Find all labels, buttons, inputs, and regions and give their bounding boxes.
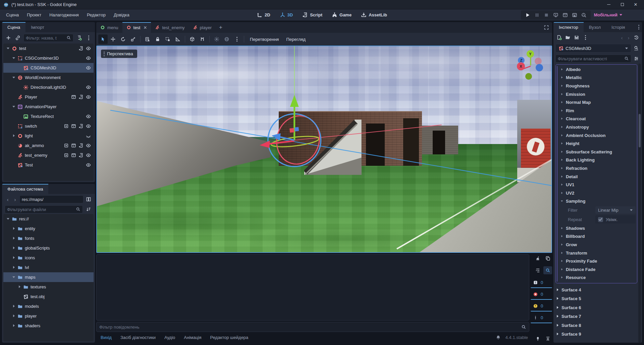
sun-environment-menu-button[interactable] <box>232 34 241 44</box>
menu-item[interactable]: Довідка <box>110 11 133 19</box>
axis-neg-x-ball[interactable] <box>535 58 542 65</box>
file-tree-row[interactable]: textures <box>3 282 94 292</box>
eye-icon[interactable] <box>86 85 91 90</box>
inspector-menu-button[interactable] <box>636 22 642 32</box>
select-mode-button[interactable] <box>98 34 108 44</box>
menu-item[interactable]: Налагодження <box>46 11 82 19</box>
property-section[interactable]: Subsurface Scattering <box>560 148 636 156</box>
property-section[interactable]: Roughness <box>560 82 636 90</box>
axis-y-ball[interactable]: Y <box>527 50 534 58</box>
lock-node-button[interactable] <box>153 34 162 44</box>
toggle-warnings-filter[interactable]: 0 <box>531 301 552 312</box>
expander-icon[interactable] <box>12 163 15 166</box>
file-tree-row[interactable]: entity <box>3 224 94 233</box>
transform-gizmo[interactable] <box>97 46 551 252</box>
script-icon[interactable] <box>78 124 84 129</box>
eye-icon[interactable] <box>86 46 91 51</box>
property-section[interactable]: Billboard <box>560 232 636 241</box>
property-section[interactable]: Albedo <box>560 65 636 74</box>
expander-icon[interactable] <box>12 144 15 147</box>
eye-icon[interactable] <box>86 143 91 148</box>
eye-icon[interactable] <box>86 94 91 99</box>
new-scene-tab-button[interactable]: + <box>216 22 226 33</box>
toggle-editor-messages-filter[interactable]: 0 <box>531 313 552 323</box>
workspace-tab[interactable]: Game <box>329 11 355 19</box>
pin-panel-button[interactable] <box>533 335 542 343</box>
file-tree-row[interactable]: test.obj <box>3 292 94 301</box>
maximize-button[interactable] <box>620 2 625 7</box>
expander-icon[interactable] <box>12 315 15 318</box>
scene-tree-row[interactable]: test_enemy <box>3 150 94 160</box>
nav-back-button[interactable]: ‹ <box>5 196 11 203</box>
dock-tab[interactable]: Інспектор <box>553 22 584 32</box>
play-scene-button[interactable] <box>561 11 569 19</box>
copy-output-button[interactable] <box>543 254 552 262</box>
file-tree-row[interactable]: icons <box>3 253 94 263</box>
expander-icon[interactable] <box>18 115 21 118</box>
open-docs-button[interactable] <box>633 45 640 52</box>
file-tree-row[interactable]: maps <box>3 272 94 282</box>
surface-section[interactable]: Surface 4 <box>555 285 637 294</box>
expander-icon[interactable] <box>12 324 15 327</box>
attach-script-button[interactable] <box>75 34 83 42</box>
scene-tree-row[interactable]: CSGMesh3D <box>3 63 94 73</box>
expander-icon[interactable] <box>12 76 15 79</box>
distraction-free-button[interactable] <box>541 22 552 33</box>
expander-icon[interactable] <box>12 256 15 259</box>
inspector-tools-button[interactable] <box>633 55 640 62</box>
property-section[interactable]: Grow <box>560 240 636 249</box>
output-log[interactable] <box>96 254 529 321</box>
bottom-tab[interactable]: Анімація <box>179 332 206 343</box>
fs-filter-field[interactable] <box>5 205 83 213</box>
scene-tab[interactable]: menu <box>96 22 122 33</box>
file-tree-row[interactable]: fonts <box>3 233 94 243</box>
property-section[interactable]: Normal Map <box>560 98 636 107</box>
fs-sort-button[interactable] <box>85 206 92 213</box>
instance-scene-button[interactable] <box>14 34 21 42</box>
expander-icon[interactable] <box>12 266 15 269</box>
inspector-filter-input[interactable] <box>558 56 623 61</box>
close-tab-icon[interactable]: ✕ <box>144 25 147 30</box>
ungroup-button[interactable] <box>163 34 172 44</box>
resource-menu-button[interactable] <box>582 34 589 41</box>
inspector-scrollbar[interactable] <box>638 64 641 343</box>
property-section[interactable]: Anisotropy <box>560 123 636 131</box>
scene-tree-row[interactable]: Player <box>3 92 94 102</box>
notification-bell-icon[interactable] <box>496 335 501 340</box>
scale-mode-button[interactable] <box>128 34 138 44</box>
edit-history-button[interactable] <box>633 34 640 41</box>
expander-icon[interactable] <box>12 95 15 98</box>
eye-icon[interactable] <box>86 153 91 158</box>
expander-icon[interactable] <box>12 276 15 279</box>
file-tree-row[interactable]: globalScripts <box>3 243 94 253</box>
axis-x-ball[interactable]: X <box>517 62 525 70</box>
fs-filter-input[interactable] <box>7 207 74 212</box>
toggle-errors-filter[interactable]: 0 <box>531 289 552 300</box>
expander-icon[interactable] <box>12 247 15 250</box>
toggle-messages-filter[interactable]: 0 <box>531 278 552 288</box>
expander-icon[interactable] <box>12 154 15 157</box>
property-section[interactable]: Proximity Fade <box>560 257 636 265</box>
eye-icon[interactable] <box>86 162 91 167</box>
scene-tree-row[interactable]: CSGCombiner3D <box>3 53 94 63</box>
export-profile-dropdown[interactable]: Мобільний <box>594 12 642 17</box>
nav-forward-button[interactable]: › <box>12 196 18 203</box>
menu-item[interactable]: Редактор <box>84 11 109 19</box>
minimize-button[interactable] <box>606 2 611 7</box>
scene-tree-row[interactable]: WorldEnvironment <box>3 73 94 82</box>
fs-path-input[interactable] <box>22 197 81 202</box>
expander-icon[interactable] <box>12 125 15 128</box>
property-section[interactable]: Emission <box>560 90 636 98</box>
workspace-tab[interactable]: 3D <box>277 11 296 19</box>
scene-tree-row[interactable]: AnimationPlayer <box>3 102 94 112</box>
eye-icon[interactable] <box>86 56 91 61</box>
property-section-sampling[interactable]: Sampling <box>560 197 636 206</box>
expand-panel-button[interactable] <box>543 335 552 343</box>
expander-icon[interactable] <box>18 295 21 298</box>
ruler-mode-button[interactable] <box>173 34 182 44</box>
expander-icon[interactable] <box>12 227 15 230</box>
script-icon[interactable] <box>78 46 84 51</box>
dock-tab[interactable]: Імпорт <box>25 22 50 32</box>
repeat-checkbox[interactable]: Увімк. <box>595 215 636 223</box>
scene-filter-input[interactable] <box>26 36 65 41</box>
